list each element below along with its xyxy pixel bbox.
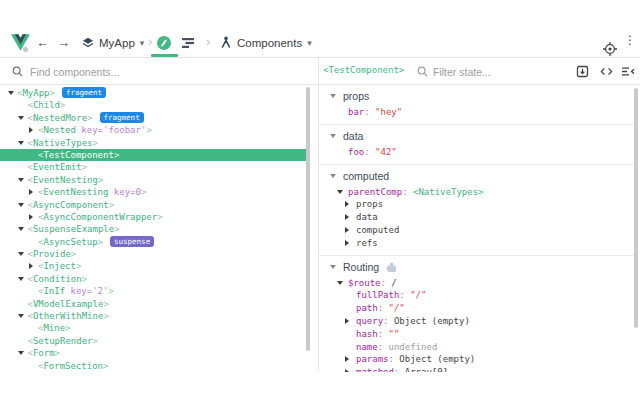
- component-tag: <Child>: [28, 99, 66, 111]
- tree-node-myapp[interactable]: <MyApp>fragment: [0, 87, 306, 99]
- expand-arrow-icon[interactable]: [345, 318, 349, 324]
- tag-bracket: >: [109, 200, 114, 210]
- state-row-computed[interactable]: computed: [319, 224, 634, 237]
- app-selector[interactable]: MyApp ▾: [82, 33, 144, 52]
- tree-node-formsection[interactable]: <FormSection>: [0, 360, 306, 372]
- tag-bracket: >: [108, 286, 113, 296]
- state-row-matched[interactable]: matched: Array[0]: [319, 366, 634, 372]
- tree-node-condition[interactable]: <Condition>: [0, 273, 306, 285]
- collapse-arrow-icon[interactable]: [18, 252, 24, 256]
- tree-node-nestedmore[interactable]: <NestedMore>fragment: [0, 112, 306, 124]
- expand-arrow-icon[interactable]: [345, 201, 349, 207]
- component-tag: <Inject>: [38, 260, 81, 272]
- tree-node-otherwithmine[interactable]: <OtherWithMine>: [0, 310, 306, 322]
- expand-arrow-icon[interactable]: [29, 127, 33, 133]
- tree-node-inif[interactable]: <InIf key='2'>: [0, 285, 306, 297]
- state-row-data[interactable]: data: [319, 211, 634, 224]
- collapse-arrow-icon[interactable]: [8, 91, 14, 95]
- state-row-params[interactable]: params: Object (empty): [319, 353, 634, 366]
- section-header-props[interactable]: props: [319, 90, 634, 103]
- state-row-query[interactable]: query: Object (empty): [319, 315, 634, 328]
- state-value: Array[0]: [405, 367, 448, 372]
- forward-button[interactable]: →: [57, 34, 70, 51]
- tab-inspector[interactable]: [157, 36, 171, 50]
- expand-arrow-icon[interactable]: [29, 263, 33, 269]
- tag-bracket: >: [71, 249, 76, 259]
- expand-arrow-icon[interactable]: [29, 214, 33, 220]
- state-row-bar[interactable]: bar: "hey": [319, 106, 634, 119]
- state-row-path[interactable]: path: "/": [319, 302, 634, 315]
- tree-node-testcomponent[interactable]: <TestComponent>: [0, 149, 306, 161]
- tree-node-asyncsetup[interactable]: <AsyncSetup>suspense: [0, 236, 306, 248]
- state-row-parentComp[interactable]: parentComp: <NativeTypes>: [319, 186, 634, 199]
- tree-node-asynccomponent[interactable]: <AsyncComponent>: [0, 199, 306, 211]
- tag-name: AsyncSetup: [43, 237, 97, 247]
- state-value: /: [391, 278, 396, 288]
- tree-node-inject[interactable]: <Inject>: [0, 260, 306, 272]
- expand-arrow-icon[interactable]: [345, 356, 349, 362]
- section-header-data[interactable]: data: [319, 130, 634, 143]
- tag-bracket: >: [157, 212, 162, 222]
- filter-state-input[interactable]: [431, 62, 565, 82]
- tag-key-attr: key=0: [108, 187, 141, 197]
- collapse-arrow-icon[interactable]: [18, 141, 24, 145]
- tree-node-eventnesting[interactable]: <EventNesting key=0>: [0, 186, 306, 198]
- state-row-props[interactable]: props: [319, 198, 634, 211]
- collapse-arrow-icon[interactable]: [337, 281, 343, 285]
- tag-name: Form: [33, 348, 55, 358]
- collapse-arrow-icon[interactable]: [18, 351, 24, 355]
- section-title: props: [343, 90, 369, 102]
- tag-bracket: >: [55, 348, 60, 358]
- inspect-dom-button[interactable]: [600, 65, 613, 78]
- tag-bracket: >: [114, 224, 119, 234]
- state-row-refs[interactable]: refs: [319, 237, 634, 250]
- collapse-arrow-icon[interactable]: [337, 190, 343, 194]
- back-button[interactable]: ←: [36, 34, 49, 51]
- tree-scrollbar[interactable]: [306, 87, 310, 351]
- tree-node-provide[interactable]: <Provide>: [0, 248, 306, 260]
- colon: :: [364, 107, 375, 117]
- tree-node-nativetypes[interactable]: <NativeTypes>: [0, 137, 306, 149]
- section-header-computed[interactable]: computed: [319, 170, 634, 183]
- scroll-to-component-button[interactable]: [576, 65, 589, 78]
- tree-node-child[interactable]: <Child>: [0, 99, 306, 111]
- state-row-foo[interactable]: foo: "42": [319, 146, 634, 159]
- expand-arrow-icon[interactable]: [345, 227, 349, 233]
- tree-node-form[interactable]: <Form>: [0, 347, 306, 359]
- tree-node-eventnesting[interactable]: <EventNesting>: [0, 174, 306, 186]
- state-section-props: propsbar: "hey": [319, 85, 634, 125]
- tag-name: Provide: [33, 249, 71, 259]
- tab-timeline[interactable]: [182, 37, 196, 49]
- expand-arrow-icon[interactable]: [29, 189, 33, 195]
- state-row-hash[interactable]: hash: "": [319, 328, 634, 341]
- inspector-selector[interactable]: Components ▾: [220, 33, 312, 52]
- state-row-name[interactable]: name: undefined: [319, 341, 634, 354]
- tag-name: MyApp: [22, 88, 49, 98]
- tree-node-asynccomponentwrapper[interactable]: <AsyncComponentWrapper>: [0, 211, 306, 223]
- tree-node-eventemit[interactable]: <EventEmit>: [0, 161, 306, 173]
- state-row-fullPath[interactable]: fullPath: "/": [319, 289, 634, 302]
- collapse-arrow-icon[interactable]: [18, 203, 24, 207]
- state-scrollbar[interactable]: [634, 88, 638, 328]
- collapse-arrow-icon[interactable]: [18, 116, 24, 120]
- section-header-routing[interactable]: Routing: [319, 261, 634, 274]
- expand-arrow-icon[interactable]: [345, 240, 349, 246]
- collapse-arrow-icon[interactable]: [18, 277, 24, 281]
- tree-node-nested[interactable]: <Nested key='foobar'>: [0, 124, 306, 136]
- collapse-arrow-icon[interactable]: [18, 314, 24, 318]
- select-component-in-page-button[interactable]: [596, 35, 610, 49]
- collapse-arrow-icon[interactable]: [18, 178, 24, 182]
- find-components-input[interactable]: [28, 62, 252, 82]
- collapse-all-button[interactable]: [621, 65, 634, 78]
- expand-arrow-icon[interactable]: [345, 369, 349, 372]
- tree-node-suspenseexample[interactable]: <SuspenseExample>: [0, 223, 306, 235]
- tree-node-setuprender[interactable]: <SetupRender>: [0, 335, 306, 347]
- collapse-arrow-icon[interactable]: [18, 227, 24, 231]
- component-tag: <FormSection>: [38, 360, 108, 372]
- tree-node-mine[interactable]: <Mine>: [0, 322, 306, 334]
- expand-arrow-icon[interactable]: [345, 214, 349, 220]
- state-row-route[interactable]: $route: /: [319, 277, 634, 290]
- tag-name: NestedMore: [33, 113, 87, 123]
- colon: :: [399, 290, 410, 300]
- tree-node-vmodelexample[interactable]: <VModelExample>: [0, 298, 306, 310]
